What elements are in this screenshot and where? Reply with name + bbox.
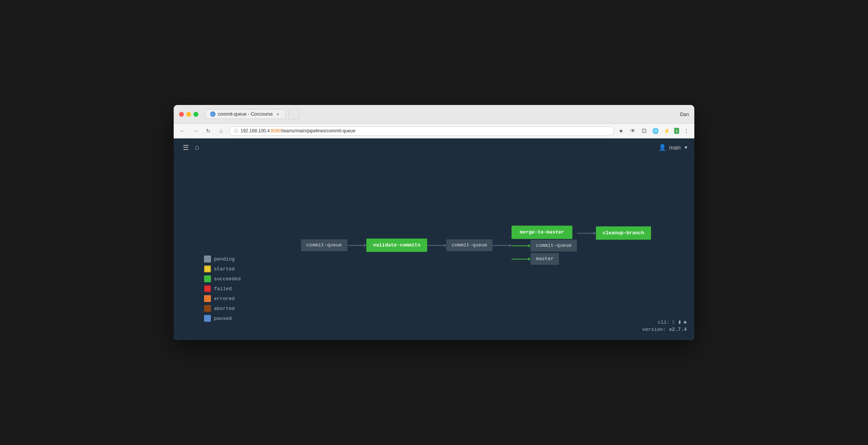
job-cleanup-branch[interactable]: cleanup-branch xyxy=(596,226,651,240)
maximize-button[interactable] xyxy=(193,112,198,117)
legend-item-failed: failed xyxy=(204,285,241,292)
legend-item-paused: paused xyxy=(204,315,241,322)
app-content: ☰ ⌂ 👤 main ▼ commit-queue xyxy=(174,138,694,340)
windows-icon[interactable]: ▮ xyxy=(678,319,681,325)
minimize-button[interactable] xyxy=(186,112,191,117)
cli-row: cli:  ▮ ♠ xyxy=(642,319,687,325)
home-button[interactable]: ⌂ xyxy=(216,126,226,136)
job-merge-to-master[interactable]: merge-to-master xyxy=(512,226,572,239)
legend-item-pending: pending xyxy=(204,256,241,262)
browser-navbar: ← → ↻ ⌂ ⓘ 192.168.100.4:8080/teams/main/… xyxy=(174,124,694,138)
legend-color-errored xyxy=(204,295,211,302)
tab-bar: C commit-queue - Concourse ✕ xyxy=(205,109,676,119)
resource-commit-queue-2[interactable]: commit-queue xyxy=(447,239,493,251)
output-connector-2 xyxy=(512,256,531,262)
connector-2 xyxy=(428,242,447,249)
legend-label-failed: failed xyxy=(214,286,232,292)
reader-icon[interactable]: 👁 xyxy=(629,127,637,135)
app-header: ☰ ⌂ 👤 main ▼ xyxy=(174,138,694,157)
tab-close-button[interactable]: ✕ xyxy=(275,111,280,117)
svg-marker-11 xyxy=(594,232,596,235)
svg-marker-1 xyxy=(364,244,366,247)
legend-item-succeeded: succeeded xyxy=(204,275,241,282)
legend-color-started xyxy=(204,265,211,272)
connector-1 xyxy=(347,242,366,249)
info-icon: ⓘ xyxy=(234,128,238,134)
header-right: 👤 main ▼ xyxy=(659,144,688,151)
extension-badge[interactable]: i xyxy=(674,128,679,134)
user-icon: 👤 xyxy=(659,144,666,151)
team-dropdown-arrow[interactable]: ▼ xyxy=(684,145,688,150)
legend-label-started: started xyxy=(214,266,235,272)
team-name: main xyxy=(669,145,681,151)
job-outputs: commit-queue master xyxy=(512,239,577,265)
legend-item-errored: errored xyxy=(204,295,241,302)
browser-user: Dan xyxy=(680,111,689,117)
resource-master[interactable]: master xyxy=(531,253,559,265)
home-nav-button[interactable]: ⌂ xyxy=(192,140,202,154)
legend-item-started: started xyxy=(204,265,241,272)
browser-window: C commit-queue - Concourse ✕ Dan ← → ↻ ⌂… xyxy=(174,105,694,340)
cli-section: cli:  ▮ ♠ version: v2.7.4 xyxy=(642,319,687,332)
legend-label-aborted: aborted xyxy=(214,306,235,312)
globe-icon[interactable]: 🌐 xyxy=(651,127,660,135)
active-tab[interactable]: C commit-queue - Concourse ✕ xyxy=(205,109,285,119)
legend-label-pending: pending xyxy=(214,256,235,262)
traffic-lights xyxy=(179,112,198,117)
nav-icons: ★ 👁 ⚀ 🌐 ⚡ i ⋮ xyxy=(617,127,691,135)
forward-button[interactable]: → xyxy=(190,126,200,136)
version-value: v2.7.4 xyxy=(669,327,687,332)
url-display: 192.168.100.4:8080/teams/main/pipelines/… xyxy=(241,128,609,134)
legend-item-aborted: aborted xyxy=(204,305,241,312)
legend-color-failed xyxy=(204,285,211,292)
hamburger-menu-button[interactable]: ☰ xyxy=(180,140,192,155)
resource-commit-queue-1[interactable]: commit-queue xyxy=(301,239,347,251)
browser-titlebar: C commit-queue - Concourse ✕ Dan xyxy=(174,105,694,124)
connector-4 xyxy=(577,229,596,237)
legend-color-aborted xyxy=(204,305,211,312)
legend-color-pending xyxy=(204,256,211,262)
apple-icon[interactable]:  xyxy=(673,319,676,325)
output-row-1: commit-queue xyxy=(512,240,577,251)
resource-commit-queue-3[interactable]: commit-queue xyxy=(531,240,577,251)
pipeline-canvas: commit-queue validate-commits xyxy=(174,157,694,340)
legend-color-paused xyxy=(204,315,211,322)
legend-label-paused: paused xyxy=(214,316,232,321)
pipeline-diagram: commit-queue validate-commits xyxy=(301,226,651,265)
version-row: version: v2.7.4 xyxy=(642,327,687,332)
linux-icon[interactable]: ♠ xyxy=(684,319,687,325)
lightning-icon[interactable]: ⚡ xyxy=(663,127,671,135)
tab-favicon: C xyxy=(210,111,215,117)
legend-label-succeeded: succeeded xyxy=(214,276,241,282)
glasses-icon[interactable]: ⚀ xyxy=(640,127,648,135)
legend-color-succeeded xyxy=(204,275,211,282)
legend: pending started succeeded failed errored xyxy=(204,256,241,325)
close-button[interactable] xyxy=(179,112,184,117)
job-validate-commits[interactable]: validate-commits xyxy=(366,238,428,252)
reload-button[interactable]: ↻ xyxy=(203,126,213,136)
tab-title: commit-queue - Concourse xyxy=(218,111,273,117)
connector-3 xyxy=(493,242,512,249)
back-button[interactable]: ← xyxy=(177,126,187,136)
address-bar[interactable]: ⓘ 192.168.100.4:8080/teams/main/pipeline… xyxy=(229,126,614,136)
merge-job-section: merge-to-master commit-q xyxy=(512,226,577,265)
legend-label-errored: errored xyxy=(214,296,235,302)
new-tab-button[interactable] xyxy=(288,109,299,119)
menu-icon[interactable]: ⋮ xyxy=(682,127,691,135)
output-row-2: master xyxy=(512,253,577,265)
output-connector-1 xyxy=(512,243,531,249)
bookmark-icon[interactable]: ★ xyxy=(617,127,626,135)
